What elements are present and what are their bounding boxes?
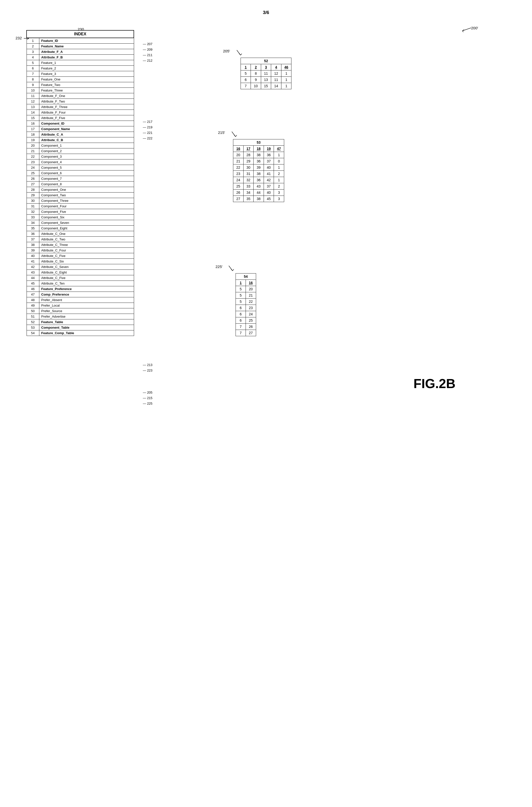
table53-cell: 40 <box>264 165 274 171</box>
ann-217: — 217 <box>143 120 152 124</box>
table53-cell: 35 <box>243 196 253 202</box>
table-53: 53 1617181947 20283836121293637022303940… <box>233 139 284 202</box>
index-row-num: 20 <box>26 143 39 148</box>
table52-cell: 11 <box>261 71 271 77</box>
index-row-name: Feature_2 <box>39 66 134 71</box>
ann-215: — 215 <box>143 396 152 400</box>
table54-cell: 25 <box>246 317 256 324</box>
ann-213: — 213 <box>143 363 152 367</box>
table53-header-cell: 18 <box>253 146 264 152</box>
table54-cell: 27 <box>246 330 256 336</box>
table53-cell: 33 <box>243 183 253 189</box>
table53-cell: 37 <box>264 158 274 165</box>
table53-cell: 37 <box>264 183 274 189</box>
table53-cell: 0 <box>274 158 284 165</box>
index-row-name: Component_Seven <box>39 220 134 226</box>
index-row-num: 33 <box>26 214 39 220</box>
table53-cell: 29 <box>243 158 253 165</box>
index-row-num: 44 <box>26 275 39 281</box>
index-row-num: 19 <box>26 137 39 143</box>
index-row-name: Prefer_Advertise <box>39 314 134 319</box>
index-row-name: Attribute_C_Six <box>39 259 134 264</box>
index-row-name: Feature_Comp_Table <box>39 331 134 336</box>
table52-cell: 10 <box>251 83 261 89</box>
index-row-num: 35 <box>26 226 39 231</box>
index-row-num: 45 <box>26 281 39 286</box>
table53-cell: 1 <box>274 165 284 171</box>
index-row-name: Feature_One <box>39 77 134 82</box>
index-row-num: 25 <box>26 170 39 176</box>
table53-cell: 26 <box>233 189 244 196</box>
table53-cell: 41 <box>264 171 274 177</box>
table52-cell: 1 <box>281 77 291 83</box>
table54-header-cell: 1 <box>236 280 246 286</box>
svg-line-15 <box>232 269 234 271</box>
table52-cell: 1 <box>281 71 291 77</box>
ann-221: — 221 <box>143 131 152 135</box>
index-row-num: 26 <box>26 176 39 182</box>
index-row-num: 30 <box>26 198 39 204</box>
svg-line-9 <box>241 54 242 55</box>
table53-cell: 38 <box>253 152 264 158</box>
table53-cell: 2 <box>274 171 284 177</box>
index-row-num: 1 <box>26 38 39 44</box>
index-row-name: Component_Two <box>39 192 134 198</box>
table53-header-cell: 47 <box>274 146 284 152</box>
index-row-num: 32 <box>26 209 39 214</box>
label-205: 205' <box>223 49 230 53</box>
index-row-num: 38 <box>26 242 39 248</box>
index-row-name: Component_Name <box>39 126 134 132</box>
table53-cell: 38 <box>253 171 264 177</box>
table53-cell: 38 <box>253 196 264 202</box>
index-row-name: Feature_Preference <box>39 286 134 292</box>
table53-cell: 30 <box>243 165 253 171</box>
table54-num: 54 <box>236 274 256 280</box>
index-row-name: Attribute_F_One <box>39 93 134 99</box>
table52-num: 52 <box>241 58 291 64</box>
label-215: 215' <box>218 130 225 135</box>
index-row-num: 8 <box>26 77 39 82</box>
index-row-name: Attribute_F_Five <box>39 115 134 121</box>
table53-cell: 34 <box>243 189 253 196</box>
table52-cell: 12 <box>271 71 281 77</box>
table54-cell: 7 <box>236 330 246 336</box>
table52-header-cell: 3 <box>261 64 271 71</box>
table52-cell: 15 <box>261 83 271 89</box>
index-row-num: 49 <box>26 303 39 308</box>
table52-cell: 8 <box>251 71 261 77</box>
index-row-num: 28 <box>26 187 39 192</box>
table52-cell: 11 <box>271 77 281 83</box>
table54-cell: 22 <box>246 299 256 305</box>
svg-line-6 <box>462 31 463 32</box>
table54-cell: 21 <box>246 292 256 299</box>
index-row-name: Attribute_C_Four <box>39 248 134 253</box>
index-row-name: Attribute_C_Five <box>39 275 134 281</box>
index-row-name: Attribute_F_Three <box>39 104 134 110</box>
index-row-name: Attribute_C_A <box>39 132 134 137</box>
index-row-num: 40 <box>26 253 39 259</box>
table-52: 52 123446 5811121691311171015141 <box>241 58 291 89</box>
table52-cell: 1 <box>281 83 291 89</box>
index-row-name: Component_ID <box>39 121 134 126</box>
svg-line-12 <box>235 135 237 137</box>
table53-cell: 21 <box>233 158 244 165</box>
index-label-232: 232 <box>16 36 22 40</box>
index-row-name: Feature_Table <box>39 319 134 325</box>
svg-line-14 <box>231 269 232 271</box>
index-row-num: 43 <box>26 270 39 275</box>
index-table: INDEX 1Feature_ID2Feature_Name3Attribute… <box>26 30 134 336</box>
table53-cell: 36 <box>253 177 264 183</box>
index-row-name: Component_Six <box>39 214 134 220</box>
index-row-num: 17 <box>26 126 39 132</box>
index-row-num: 13 <box>26 104 39 110</box>
index-row-name: Attribute_F_B <box>39 55 134 60</box>
ann-219: — 219 <box>143 125 152 129</box>
index-row-name: Feature_1 <box>39 60 134 66</box>
index-row-num: 52 <box>26 319 39 325</box>
index-row-name: Component_7 <box>39 176 134 182</box>
svg-line-4 <box>462 28 471 31</box>
index-row-num: 7 <box>26 71 39 77</box>
table53-cell: 20 <box>233 152 244 158</box>
index-row-num: 16 <box>26 121 39 126</box>
index-row-num: 51 <box>26 314 39 319</box>
